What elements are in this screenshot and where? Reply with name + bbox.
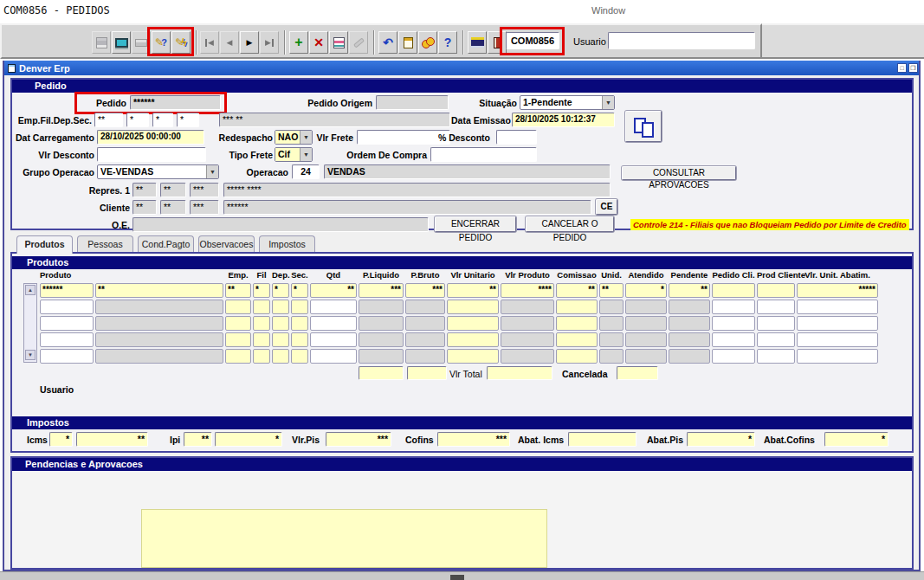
grid-cell[interactable] <box>225 316 251 331</box>
imposto-field[interactable]: * <box>49 432 73 447</box>
vlr-desconto-field[interactable] <box>97 147 206 162</box>
grid-cell[interactable] <box>253 300 270 314</box>
insert-record-button[interactable]: + <box>289 31 308 54</box>
grid-cell[interactable] <box>405 332 445 347</box>
grid-cell[interactable] <box>95 349 223 364</box>
grid-cell[interactable] <box>40 316 94 331</box>
grid-cell[interactable] <box>556 332 598 347</box>
grid-cell[interactable]: ****** <box>40 283 94 298</box>
money-button[interactable] <box>418 31 437 54</box>
chevron-down-icon[interactable]: ▼ <box>602 96 614 109</box>
imposto-field[interactable]: * <box>215 432 282 447</box>
imposto-field[interactable]: ** <box>184 432 212 447</box>
emp-field[interactable]: ** <box>94 113 123 127</box>
grid-cell[interactable]: * <box>625 283 667 298</box>
grid-cell[interactable] <box>291 316 308 331</box>
grid-cell[interactable] <box>405 316 445 331</box>
grid-cell[interactable] <box>599 300 624 314</box>
consultar-aprovacoes-button[interactable]: CONSULTAR APROVACOES <box>622 166 736 180</box>
grid-cell[interactable]: ** <box>310 283 357 298</box>
exit-button[interactable] <box>488 31 507 54</box>
grid-cell[interactable] <box>291 300 308 314</box>
clipboard-button[interactable] <box>398 31 417 54</box>
ce-button[interactable]: CE <box>596 199 617 215</box>
grid-cell[interactable] <box>359 300 404 314</box>
grid-cell[interactable] <box>599 316 624 331</box>
situacao-dropdown[interactable]: 1-Pendente ▼ <box>520 95 615 110</box>
bottom-handle[interactable] <box>450 575 464 580</box>
grid-cell[interactable]: ** <box>556 283 598 298</box>
grid-cell[interactable] <box>405 300 445 314</box>
grid-cell[interactable] <box>272 332 289 347</box>
grid-cell[interactable] <box>225 300 251 314</box>
grupo-operacao-dropdown[interactable]: VE-VENDAS ▼ <box>97 164 219 179</box>
grid-cell[interactable]: *** <box>405 283 445 298</box>
grid-cell[interactable] <box>291 349 308 364</box>
grid-cell[interactable] <box>556 349 598 364</box>
dat-carregamento-field[interactable]: 28/10/2025 00:00:00 <box>97 130 204 145</box>
grid-cell[interactable]: ** <box>225 283 251 298</box>
restore-button[interactable]: ❐ <box>908 63 918 73</box>
save-button[interactable] <box>92 31 111 54</box>
repres-field-2[interactable]: ** <box>160 183 186 197</box>
grid-cell[interactable] <box>501 316 554 331</box>
cancelar-pedido-button[interactable]: CANCELAR O PEDIDO <box>526 216 614 232</box>
maximize-button[interactable]: □ <box>897 63 907 73</box>
grid-cell[interactable] <box>625 332 667 347</box>
grid-cell[interactable] <box>669 300 710 314</box>
grid-cell[interactable] <box>712 332 755 347</box>
grid-cell[interactable] <box>40 300 94 314</box>
cliente-field-1[interactable]: ** <box>132 200 157 215</box>
tipo-frete-dropdown[interactable]: Cif ▼ <box>275 147 313 162</box>
imposto-field[interactable]: *** <box>326 432 391 447</box>
imposto-field[interactable]: * <box>687 432 755 447</box>
grid-cell[interactable] <box>757 316 795 331</box>
grid-cell[interactable] <box>669 332 710 347</box>
chevron-down-icon[interactable]: ▼ <box>300 131 312 144</box>
imposto-field[interactable]: *** <box>437 432 510 447</box>
scroll-down-icon[interactable]: ▼ <box>25 350 36 360</box>
grid-cell[interactable] <box>712 349 755 364</box>
grid-cell[interactable] <box>757 349 795 364</box>
grid-cell[interactable] <box>95 332 223 347</box>
grid-cell[interactable] <box>310 332 357 347</box>
grid-cell[interactable] <box>253 349 270 364</box>
grid-cell[interactable] <box>797 300 878 314</box>
grid-cell[interactable] <box>712 300 755 314</box>
grid-cell[interactable] <box>253 332 270 347</box>
grid-cell[interactable] <box>253 316 270 331</box>
scroll-up-icon[interactable]: ▲ <box>25 285 36 295</box>
menu-button[interactable] <box>468 31 487 54</box>
ordem-compra-field[interactable] <box>430 147 537 162</box>
operacao-code-field[interactable]: 24 <box>292 164 320 179</box>
grid-cell[interactable] <box>272 349 289 364</box>
grid-cell[interactable] <box>757 300 795 314</box>
pendencias-text-area[interactable] <box>141 509 547 568</box>
screen-button[interactable] <box>112 31 131 54</box>
grid-cell[interactable] <box>359 349 404 364</box>
grid-cell[interactable] <box>599 349 624 364</box>
delete-record-button[interactable]: ✕ <box>309 31 328 54</box>
run-query-button[interactable]: ✎ϟ <box>171 31 191 54</box>
grid-cell[interactable] <box>95 300 223 314</box>
grid-cell[interactable]: ** <box>599 283 624 298</box>
grid-cell[interactable] <box>625 300 667 314</box>
pct-desconto-field[interactable] <box>496 130 537 145</box>
tab-pessoas[interactable]: Pessoas <box>77 235 133 252</box>
grid-cell[interactable] <box>669 316 710 331</box>
help-button[interactable]: ? <box>438 31 457 54</box>
encerrar-pedido-button[interactable]: ENCERRAR PEDIDO <box>435 216 516 232</box>
grid-cell[interactable]: * <box>272 283 289 298</box>
print-button[interactable] <box>132 31 151 54</box>
grid-cell[interactable] <box>310 300 357 314</box>
chevron-down-icon[interactable]: ▼ <box>206 165 218 178</box>
grid-cell[interactable] <box>310 349 357 364</box>
grid-cell[interactable]: ***** <box>797 283 878 298</box>
grid-cell[interactable] <box>556 316 598 331</box>
grid-cell[interactable] <box>797 349 878 364</box>
grid-cell[interactable] <box>625 316 667 331</box>
grid-cell[interactable] <box>501 332 554 347</box>
grid-cell[interactable] <box>310 316 357 331</box>
grid-cell[interactable] <box>712 316 755 331</box>
grid-cell[interactable] <box>669 349 710 364</box>
